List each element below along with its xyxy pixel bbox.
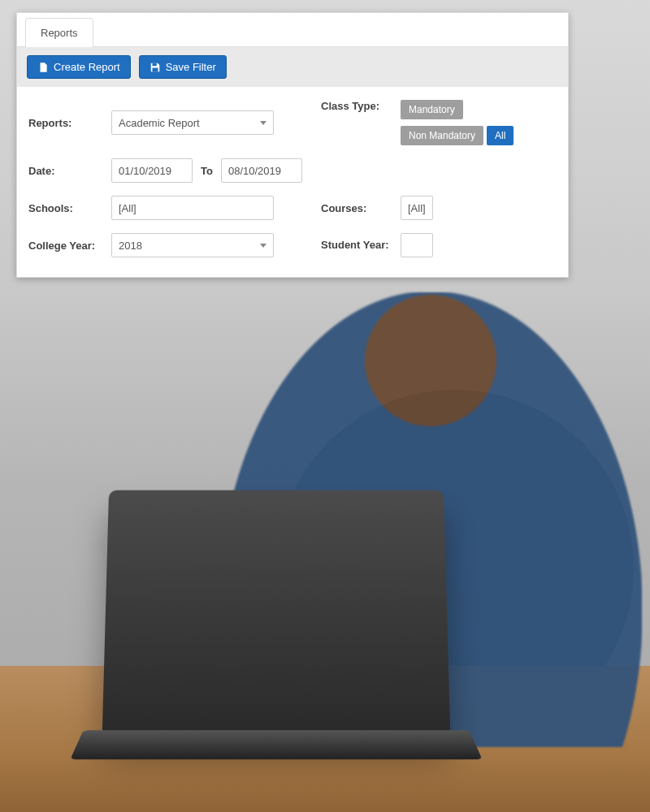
date-to-label: To: [201, 165, 213, 177]
college-year-label: College Year:: [28, 240, 103, 252]
toolbar: Create Report Save Filter: [17, 47, 568, 87]
filter-form: Reports: Academic Report Class Type: Man…: [17, 87, 568, 277]
svg-rect-1: [152, 67, 158, 71]
class-type-mandatory-toggle[interactable]: Mandatory: [401, 100, 463, 119]
reports-select-value: Academic Report: [119, 117, 200, 129]
save-icon: [150, 62, 161, 73]
class-type-toggle-group: Mandatory Non Mandatory All: [401, 100, 579, 145]
student-year-row: Student Year:: [321, 233, 581, 257]
save-filter-button[interactable]: Save Filter: [139, 55, 227, 79]
save-filter-label: Save Filter: [166, 61, 216, 73]
date-from-value: 01/10/2019: [119, 165, 171, 177]
document-icon: [37, 62, 49, 73]
date-to-input[interactable]: 08/10/2019: [221, 158, 302, 183]
college-year-row: College Year: 2018: [28, 233, 305, 257]
date-from-input[interactable]: 01/10/2019: [111, 158, 193, 183]
reports-panel: Reports Create Report Save Filter Report…: [16, 12, 569, 278]
class-type-row: Class Type: Mandatory Non Mandatory All: [321, 100, 581, 145]
courses-label: Courses:: [321, 202, 392, 214]
tabstrip: Reports: [17, 13, 568, 47]
courses-input[interactable]: [All]: [401, 196, 433, 220]
date-to-value: 08/10/2019: [228, 165, 281, 177]
tab-reports-label: Reports: [41, 27, 78, 39]
chevron-down-icon: [260, 121, 266, 125]
college-year-value: 2018: [119, 240, 142, 252]
class-type-label: Class Type:: [321, 100, 392, 112]
student-year-input[interactable]: [401, 233, 433, 257]
toggle-label: Mandatory: [409, 104, 455, 115]
reports-select[interactable]: Academic Report: [111, 110, 274, 135]
create-report-label: Create Report: [54, 61, 120, 73]
create-report-button[interactable]: Create Report: [27, 55, 131, 79]
courses-row: Courses: [All]: [321, 196, 581, 220]
chevron-down-icon: [260, 244, 266, 248]
svg-rect-0: [152, 63, 156, 66]
schools-label: Schools:: [28, 202, 103, 214]
courses-value: [All]: [408, 202, 426, 214]
toggle-label: Non Mandatory: [409, 130, 475, 141]
tab-reports[interactable]: Reports: [25, 18, 93, 47]
toggle-label: All: [495, 130, 505, 141]
date-label: Date:: [28, 165, 103, 177]
schools-value: [All]: [119, 202, 136, 214]
schools-row: Schools: [All]: [28, 196, 305, 220]
class-type-all-toggle[interactable]: All: [487, 126, 514, 145]
student-year-label: Student Year:: [321, 239, 392, 252]
reports-row: Reports: Academic Report: [28, 100, 305, 145]
college-year-select[interactable]: 2018: [111, 233, 274, 257]
class-type-non-mandatory-toggle[interactable]: Non Mandatory: [401, 126, 483, 145]
schools-input[interactable]: [All]: [111, 196, 274, 220]
date-row: Date: 01/10/2019 To 08/10/2019: [28, 158, 305, 183]
reports-label: Reports:: [28, 117, 103, 129]
background-laptop: [102, 490, 450, 732]
spacer: [321, 158, 581, 183]
